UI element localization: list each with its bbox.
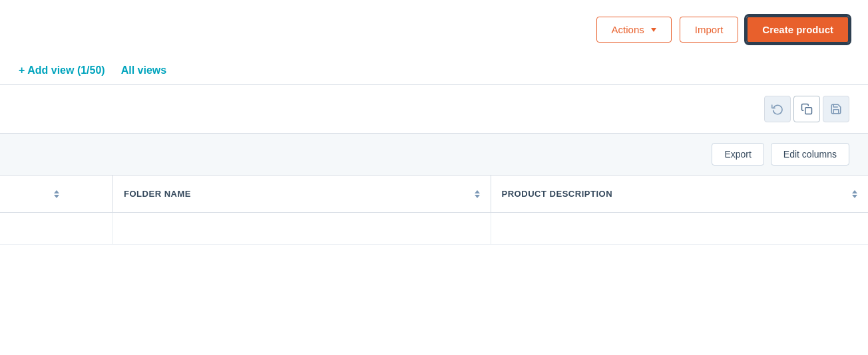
undo-icon: [771, 103, 783, 115]
table-header-bar: Export Edit columns: [0, 133, 868, 176]
edit-columns-label: Edit columns: [783, 149, 837, 160]
table-columns: FOLDER NAME PRODUCT DESCRIPTION: [0, 176, 868, 213]
dropdown-arrow-icon: [651, 28, 656, 32]
copy-button[interactable]: [793, 96, 820, 122]
empty-folder-cell: [113, 213, 491, 244]
col-folder-name[interactable]: FOLDER NAME: [113, 176, 491, 212]
export-button[interactable]: Export: [712, 143, 763, 166]
add-view-label: + Add view (1/50): [19, 64, 105, 76]
empty-checkbox-cell: [0, 213, 113, 244]
all-views-link[interactable]: All views: [121, 64, 166, 76]
sort-down-product: [852, 195, 857, 198]
page-container: Actions Import Create product + Add view…: [0, 0, 868, 355]
save-icon: [830, 103, 842, 115]
product-desc-sort-icon: [852, 190, 857, 198]
col-product-description[interactable]: PRODUCT DESCRIPTION: [491, 176, 869, 212]
col-checkbox: [0, 176, 113, 212]
views-row: + Add view (1/50) All views: [0, 57, 868, 84]
sort-up-product: [852, 190, 857, 193]
create-product-button[interactable]: Create product: [746, 16, 849, 43]
icon-toolbar: [0, 85, 868, 133]
import-button[interactable]: Import: [680, 17, 739, 43]
import-label: Import: [695, 24, 724, 35]
export-label: Export: [724, 149, 751, 160]
checkbox-sort-icon: [54, 190, 59, 198]
all-views-label: All views: [121, 64, 166, 76]
actions-label: Actions: [612, 24, 644, 35]
empty-product-cell: [491, 213, 869, 244]
copy-icon: [801, 103, 813, 115]
edit-columns-button[interactable]: Edit columns: [771, 143, 849, 166]
add-view-link[interactable]: + Add view (1/50): [19, 64, 105, 76]
create-product-label: Create product: [762, 24, 833, 35]
sort-arrow-up-icon: [54, 190, 59, 193]
actions-button[interactable]: Actions: [596, 17, 672, 43]
sort-down-folder: [475, 195, 480, 198]
table-empty-row: [0, 213, 868, 245]
sort-arrow-down-icon: [54, 195, 59, 198]
product-description-label: PRODUCT DESCRIPTION: [502, 189, 613, 199]
folder-name-sort-icon: [475, 190, 480, 198]
undo-button[interactable]: [764, 96, 791, 122]
save-button[interactable]: [823, 96, 849, 122]
top-bar: Actions Import Create product: [0, 0, 868, 57]
folder-name-label: FOLDER NAME: [124, 189, 191, 199]
sort-up-folder: [475, 190, 480, 193]
svg-rect-0: [805, 108, 812, 114]
